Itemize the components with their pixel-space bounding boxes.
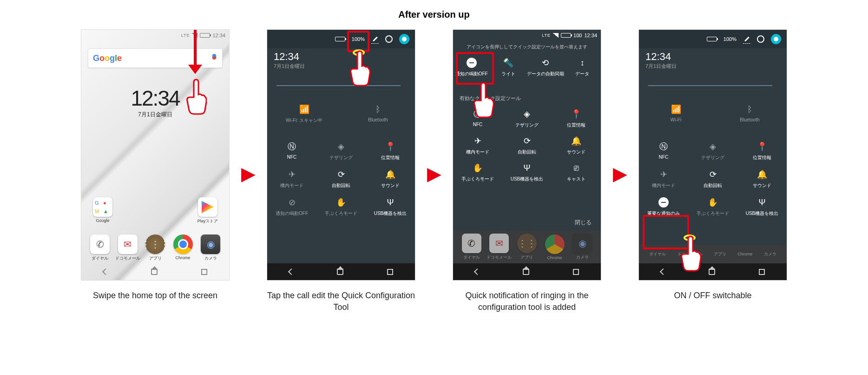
tile-wifi[interactable]: 📶Wi-Fi: スキャン中: [267, 104, 341, 124]
dock-dial: ✆ダイヤル: [460, 234, 484, 261]
close-button[interactable]: 閉じる: [575, 219, 592, 227]
nav-back[interactable]: [288, 268, 295, 275]
tile-location[interactable]: 📍位置情報: [737, 141, 787, 161]
tile-usb[interactable]: ΨUSB機器を検出: [366, 197, 415, 217]
arrow-icon: ▶: [611, 163, 629, 184]
qs-datetime: 12:34 7月1日金曜日: [645, 51, 677, 70]
usb-icon: Ψ: [385, 197, 395, 208]
tile-location[interactable]: 📍位置情報: [552, 109, 601, 128]
tile-glove[interactable]: ✋手ぶくろモード: [453, 163, 502, 182]
play-icon: [198, 197, 217, 217]
location-icon: 📍: [571, 109, 581, 119]
tile-airplane[interactable]: ✈機内モード: [453, 136, 502, 155]
phone-icon: ✆: [90, 234, 110, 254]
avatar-icon[interactable]: [771, 34, 781, 44]
tile-location[interactable]: 📍位置情報: [366, 141, 415, 161]
tile-glove[interactable]: ✋手ぶくろモード: [316, 197, 366, 217]
tile-bluetooth[interactable]: ᛒBluetooth: [713, 104, 787, 122]
tile-glove[interactable]: ✋手ぶくろモード: [688, 197, 737, 217]
nav-home[interactable]: [151, 268, 158, 275]
dock-mail[interactable]: ✉ドコモメール: [116, 234, 140, 261]
qs-header: 100%: [639, 30, 787, 48]
app-label: ダイヤル: [92, 255, 108, 261]
dnd-icon: [658, 197, 669, 208]
tile-cast[interactable]: ⎚キャスト: [552, 163, 601, 182]
tile-dnd[interactable]: ⊘通知の鳴動OFF: [267, 197, 316, 217]
tile-label: Wi-Fi: [671, 117, 681, 122]
phone-icon: ✆: [462, 234, 481, 253]
gear-icon[interactable]: [385, 35, 393, 43]
tether-icon: ◈: [522, 109, 532, 119]
tile-bluetooth[interactable]: ᛒBluetooth: [341, 104, 415, 124]
nav-back[interactable]: [474, 268, 480, 275]
tile-sound[interactable]: 🔔サウンド: [366, 169, 415, 189]
mic-icon[interactable]: [211, 54, 217, 62]
tile-label: 自動回転: [332, 182, 350, 189]
tile-wifi[interactable]: 📶Wi-Fi: [639, 104, 713, 122]
tile-tether[interactable]: ◈テザリング: [316, 141, 366, 161]
dock-apps[interactable]: ⋮⋮⋮アプリ: [143, 234, 167, 261]
tile-rotate[interactable]: ⟳自動回転: [688, 169, 737, 189]
hand-pointer: [347, 50, 370, 87]
tile-label: Bluetooth: [368, 117, 388, 122]
tile-label: サウンド: [381, 182, 400, 189]
app-label: Chrome: [547, 255, 562, 260]
dock-dial[interactable]: ✆ダイヤル: [88, 234, 112, 261]
nav-back[interactable]: [102, 268, 109, 275]
app-label: Playストア: [197, 218, 218, 224]
tile-label: データの自動同期: [527, 71, 564, 77]
google-search-bar[interactable]: Google: [88, 48, 223, 68]
tile-priority[interactable]: 重要な通知のみ: [639, 197, 688, 217]
rotate-icon: ⟳: [522, 136, 532, 146]
google-folder[interactable]: G●M▲ Google: [91, 197, 115, 224]
caption: ON / OFF switchable: [674, 290, 751, 318]
tile-tether[interactable]: ◈テザリング: [502, 109, 552, 128]
nav-recent[interactable]: [759, 269, 765, 275]
tile-sync[interactable]: ⟲データの自動同期: [527, 58, 564, 77]
nav-recent[interactable]: [387, 269, 393, 275]
signal-icon: [553, 33, 559, 38]
nav-back[interactable]: [660, 268, 666, 275]
app-label: アプリ: [714, 251, 726, 257]
gear-icon[interactable]: [757, 35, 764, 43]
clock-widget: 12:34 7月1日金曜日: [81, 86, 229, 119]
edit-icon[interactable]: [371, 35, 379, 43]
app-label: Chrome: [737, 252, 752, 256]
cast-icon: ⎚: [571, 163, 581, 173]
dock-camera[interactable]: ◉カメラ: [198, 234, 223, 261]
nav-recent[interactable]: [201, 269, 207, 275]
edit-icon[interactable]: [743, 35, 750, 43]
tile-sound[interactable]: 🔔サウンド: [737, 169, 787, 189]
tile-usb[interactable]: ΨUSB機器を検出: [502, 163, 552, 182]
camera-icon: ◉: [572, 234, 592, 253]
camera-icon: ◉: [201, 234, 220, 254]
tile-nfc[interactable]: ⓃNFC: [267, 141, 316, 161]
tile-airplane[interactable]: ✈機内モード: [639, 169, 688, 189]
step-4: 100% 12:34 7月1日金曜日 ☀ 📶Wi-Fi ᛒBluetooth Ⓝ…: [638, 29, 787, 318]
bell-icon: 🔔: [571, 136, 581, 146]
dnd-icon: ⊘: [287, 197, 297, 208]
avatar-icon[interactable]: [399, 34, 409, 44]
brightness-slider[interactable]: ☀: [648, 81, 777, 90]
tile-usb[interactable]: ΨUSB機器を検出: [737, 197, 787, 217]
tile-rotate[interactable]: ⟳自動回転: [316, 169, 366, 189]
play-store[interactable]: Playストア: [196, 197, 220, 224]
dock-chrome[interactable]: Chrome: [171, 234, 195, 261]
brightness-slider[interactable]: ☀: [276, 81, 406, 90]
tile-data[interactable]: ↕データ: [564, 58, 601, 77]
tile-light[interactable]: 🔦ライト: [490, 58, 526, 77]
qs-grid: ⓃNFC ◈テザリング 📍位置情報 ✈機内モード ⟳自動回転 🔔サウンド ⊘通知…: [267, 137, 415, 263]
nav-recent[interactable]: [573, 269, 579, 275]
nav-home[interactable]: [337, 268, 343, 275]
nav-home[interactable]: [523, 268, 529, 275]
qs-date: 7月1日金曜日: [274, 63, 305, 70]
tile-nfc[interactable]: ⓃNFC: [639, 141, 688, 161]
tile-tether[interactable]: ◈テザリング: [688, 141, 737, 161]
tile-label: 機内モード: [466, 149, 489, 155]
folder-icon: G●M▲: [93, 197, 112, 217]
nav-home[interactable]: [709, 268, 715, 275]
tile-airplane[interactable]: ✈機内モード: [267, 169, 316, 189]
bell-icon: 🔔: [757, 169, 767, 180]
tile-rotate[interactable]: ⟳自動回転: [502, 136, 552, 155]
tile-sound[interactable]: 🔔サウンド: [552, 136, 601, 155]
